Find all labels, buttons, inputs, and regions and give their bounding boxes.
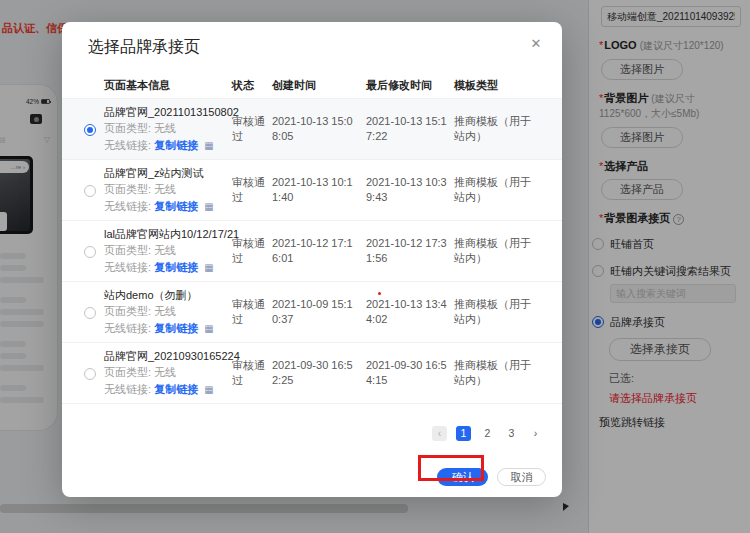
row-link-label: 无线链接:: [104, 261, 151, 273]
row-page-type: 页面类型: 无线: [104, 242, 232, 259]
table-row[interactable]: 品牌官网_z站内测试 页面类型: 无线 无线链接: 复制链接 ▦ 审核通过 20…: [62, 159, 562, 220]
row-created: 2021-09-30 16:52:25: [272, 358, 366, 388]
row-modified-cell: 2021-09-30 16:54:15: [366, 358, 454, 388]
select-landing-page-modal: 选择品牌承接页 ✕ 页面基本信息 状态 创建时间 最后修改时间 模板类型 品牌官…: [62, 22, 562, 497]
row-page-type: 页面类型: 无线: [104, 303, 232, 320]
row-created: 2021-10-13 10:11:40: [272, 175, 366, 205]
cancel-button[interactable]: 取消: [497, 468, 546, 486]
row-template: 推商模板（用于站内）: [454, 236, 546, 266]
row-modified-cell: 2021-10-13 15:17:22: [366, 114, 454, 144]
row-status: 审核通过: [232, 114, 272, 144]
close-icon[interactable]: ✕: [526, 34, 546, 54]
qr-code-icon[interactable]: ▦: [204, 323, 213, 334]
row-status: 审核通过: [232, 358, 272, 388]
table-row[interactable]: 品牌官网_20210930165224 页面类型: 无线 无线链接: 复制链接 …: [62, 342, 562, 404]
copy-link[interactable]: 复制链接: [154, 261, 198, 273]
row-template: 推商模板（用于站内）: [454, 175, 546, 205]
row-modified-cell: 2021-10-13 10:39:43: [366, 175, 454, 205]
row-created: 2021-10-12 17:16:01: [272, 236, 366, 266]
row-link-label: 无线链接:: [104, 200, 151, 212]
row-page-type: 页面类型: 无线: [104, 120, 232, 137]
row-radio[interactable]: [84, 246, 96, 258]
row-radio[interactable]: [84, 368, 96, 380]
row-page-type: 页面类型: 无线: [104, 364, 232, 381]
qr-code-icon[interactable]: ▦: [204, 262, 213, 273]
pagination-page-2[interactable]: 2: [480, 426, 495, 441]
row-status: 审核通过: [232, 236, 272, 266]
confirm-button[interactable]: 确认: [437, 468, 488, 486]
row-radio[interactable]: [84, 124, 96, 136]
row-created: 2021-10-13 15:08:05: [272, 114, 366, 144]
qr-code-icon[interactable]: ▦: [204, 384, 213, 395]
pagination-next-icon[interactable]: ›: [528, 426, 543, 441]
copy-link[interactable]: 复制链接: [154, 200, 198, 212]
table-header: 页面基本信息 状态 创建时间 最后修改时间 模板类型: [62, 78, 562, 93]
row-status: 审核通过: [232, 175, 272, 205]
pagination: ‹ 123›: [432, 426, 543, 441]
col-header-created: 创建时间: [272, 78, 366, 93]
row-link-label: 无线链接:: [104, 383, 151, 395]
qr-code-icon[interactable]: ▦: [204, 140, 213, 151]
qr-code-icon[interactable]: ▦: [204, 201, 213, 212]
col-header-info: 页面基本信息: [104, 78, 232, 93]
col-header-template: 模板类型: [454, 78, 546, 93]
pagination-page-3[interactable]: 3: [504, 426, 519, 441]
mouse-cursor: [563, 503, 569, 511]
app-root: 品认证、信保认 42% ▤ ▽ ...re ›: [0, 0, 750, 533]
row-template: 推商模板（用于站内）: [454, 114, 546, 144]
row-radio[interactable]: [84, 307, 96, 319]
table-row[interactable]: 站内demo（勿删） 页面类型: 无线 无线链接: 复制链接 ▦ 审核通过 20…: [62, 281, 562, 342]
table-row[interactable]: 品牌官网_20211013150802 页面类型: 无线 无线链接: 复制链接 …: [62, 98, 562, 159]
row-status: 审核通过: [232, 297, 272, 327]
row-template: 推商模板（用于站内）: [454, 358, 546, 388]
copy-link[interactable]: 复制链接: [154, 383, 198, 395]
table-row[interactable]: lal品牌官网站内10/12/17/21 页面类型: 无线 无线链接: 复制链接…: [62, 220, 562, 281]
row-template: 推商模板（用于站内）: [454, 297, 546, 327]
pagination-prev-icon[interactable]: ‹: [432, 426, 447, 441]
row-link-label: 无线链接:: [104, 322, 151, 334]
copy-link[interactable]: 复制链接: [154, 139, 198, 151]
row-created: 2021-10-09 15:10:37: [272, 297, 366, 327]
row-modified-cell: 2021-10-13 13:44:02: [366, 297, 454, 327]
pagination-page-1[interactable]: 1: [456, 426, 471, 441]
row-link-label: 无线链接:: [104, 139, 151, 151]
copy-link[interactable]: 复制链接: [154, 322, 198, 334]
row-modified-cell: 2021-10-12 17:31:56: [366, 236, 454, 266]
row-radio[interactable]: [84, 185, 96, 197]
col-header-modified: 最后修改时间: [366, 78, 454, 93]
table-body: 品牌官网_20211013150802 页面类型: 无线 无线链接: 复制链接 …: [62, 98, 562, 404]
modal-title: 选择品牌承接页: [88, 37, 200, 58]
row-page-type: 页面类型: 无线: [104, 181, 232, 198]
col-header-status: 状态: [232, 78, 272, 93]
